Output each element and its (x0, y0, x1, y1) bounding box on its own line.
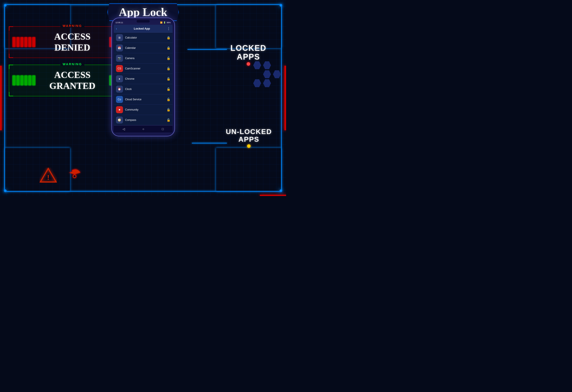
app-name: Compass (125, 119, 136, 121)
lock-status-icon[interactable]: 🔒 (167, 36, 170, 39)
app-list-item[interactable]: 📷 Camera 🔓 (114, 53, 173, 63)
lock-status-icon[interactable]: 🔓 (167, 108, 170, 111)
app-name: Calculator (125, 36, 137, 39)
lock-status-icon[interactable]: 🔓 (167, 118, 170, 122)
stripe5 (28, 37, 31, 47)
hex7 (253, 79, 261, 87)
unlocked-line1: UN-LOCKED (226, 128, 272, 136)
phone-nav-bar: ◁ ○ □ (114, 125, 173, 133)
stripe4 (24, 37, 27, 47)
status-icons: 📶 🔋 88% (160, 21, 171, 24)
denied-line1: ACCESS (54, 31, 91, 42)
app-list-item[interactable]: ⏰ Clock 🔓 (114, 84, 173, 94)
neon-dot-tl (4, 4, 7, 7)
lock-status-icon[interactable]: 🔓 (167, 67, 170, 70)
connector-unlocked-apps (192, 143, 227, 143)
red-accent-bottom-right (260, 195, 286, 196)
denied-line2: DENIED (54, 43, 90, 53)
corner-tl-denied (9, 26, 13, 31)
app-list-item[interactable]: Co Cloud Service 🔓 (114, 94, 173, 105)
app-name: Cloud Service (125, 98, 142, 101)
status-time: 12:05:11 (115, 21, 123, 24)
app-title: App Lock (119, 6, 167, 19)
app-item-left: 🧭 Compass (116, 117, 136, 123)
svg-text:!: ! (47, 173, 49, 181)
hex2 (263, 61, 271, 69)
nav-home-button[interactable]: ○ (143, 127, 144, 131)
wifi-icon: 📶 (160, 21, 162, 24)
app-item-left: ■ Community (116, 106, 139, 113)
app-icon-symbol: CS (117, 67, 121, 70)
hex5 (263, 70, 271, 78)
app-item-left: 📅 Calendar (116, 45, 136, 51)
gstripe2 (16, 75, 19, 85)
phone-screen-title: Locked App (134, 27, 150, 30)
neon-line-bottom (70, 191, 216, 192)
stripe6 (32, 37, 35, 47)
nav-recent-button[interactable]: □ (162, 127, 164, 131)
lock-status-icon[interactable]: 🔒 (167, 46, 170, 50)
app-item-left: CS CamScanner (116, 65, 141, 72)
battery-icon: 🔋 (163, 21, 166, 24)
app-icon: ⏰ (116, 86, 123, 93)
lock-status-icon[interactable]: 🔓 (167, 77, 170, 81)
app-icon: 🧭 (116, 117, 123, 123)
corner-bl-denied (9, 54, 13, 58)
app-list-item[interactable]: ● Chrome 🔓 (114, 74, 173, 84)
access-granted-text: ACCESS GRANTED (40, 69, 105, 91)
app-item-left: ● Chrome (116, 75, 135, 82)
app-icon-symbol: ■ (119, 108, 120, 111)
corner-tl-granted (9, 65, 13, 69)
hex1 (253, 61, 261, 69)
app-icon: CS (116, 65, 123, 72)
app-icon: 📅 (116, 45, 123, 51)
unlocked-line2: APPS (226, 136, 272, 143)
phone-screen: ‹ Locked App ⋮ ⊞ Calculator 🔒 📅 Calendar (114, 25, 173, 133)
granted-line2: GRANTED (49, 81, 95, 91)
back-button[interactable]: ‹ (116, 27, 117, 31)
locked-line1: LOCKED (230, 44, 266, 53)
red-accent-left (0, 66, 2, 130)
neon-line-left (4, 48, 5, 148)
phone-notch (137, 20, 150, 23)
app-icon: ⊞ (116, 34, 123, 41)
hex6 (273, 70, 281, 78)
app-list-item[interactable]: ■ Community 🔓 (114, 105, 173, 115)
svg-point-3 (73, 175, 76, 177)
app-name: Calendar (125, 46, 136, 49)
app-icon-symbol: 📷 (118, 57, 121, 60)
app-icon-symbol: ⊞ (118, 36, 121, 39)
app-item-left: 📷 Camera (116, 55, 135, 62)
unlocked-indicator-dot (247, 144, 251, 148)
connector-locked-apps (188, 49, 227, 50)
stripes-granted-left (13, 75, 35, 85)
neon-dot-br (280, 189, 282, 192)
battery-percent: 88% (167, 21, 171, 24)
app-item-left: Co Cloud Service (116, 96, 142, 103)
phone-mockup: 12:05:11 📶 🔋 88% ‹ Locked App ⋮ ⊞ Calcu (111, 17, 175, 136)
app-list: ⊞ Calculator 🔒 📅 Calendar 🔒 📷 Camera 🔓 (114, 33, 173, 125)
lock-status-icon[interactable]: 🔓 (167, 57, 170, 60)
app-list-item[interactable]: ⊞ Calculator 🔒 (114, 33, 173, 43)
locked-line2: APPS (230, 53, 266, 61)
app-icon-symbol: ⏰ (118, 88, 121, 91)
stripe1 (13, 37, 16, 47)
app-list-item[interactable]: CS CamScanner 🔓 (114, 63, 173, 74)
stripes-denied-left (13, 37, 35, 47)
app-list-item[interactable]: 🧭 Compass 🔓 (114, 115, 173, 125)
app-list-item[interactable]: 📅 Calendar 🔒 (114, 43, 173, 53)
app-item-left: ⏰ Clock (116, 86, 132, 93)
red-accent-right (284, 66, 286, 130)
nav-back-button[interactable]: ◁ (123, 127, 125, 131)
warning-triangle-icon: ! (39, 167, 57, 183)
lock-status-icon[interactable]: 🔓 (167, 87, 170, 91)
menu-button[interactable]: ⋮ (167, 27, 170, 31)
gstripe1 (13, 75, 16, 85)
app-name: Community (125, 108, 139, 111)
unlocked-apps-label: UN-LOCKED APPS (226, 128, 272, 143)
lock-status-icon[interactable]: 🔓 (167, 98, 170, 101)
hex-decoration-grid (253, 61, 282, 87)
neon-corner-tr (216, 4, 282, 48)
radiation-icon (66, 167, 83, 185)
app-icon: ■ (116, 106, 123, 113)
